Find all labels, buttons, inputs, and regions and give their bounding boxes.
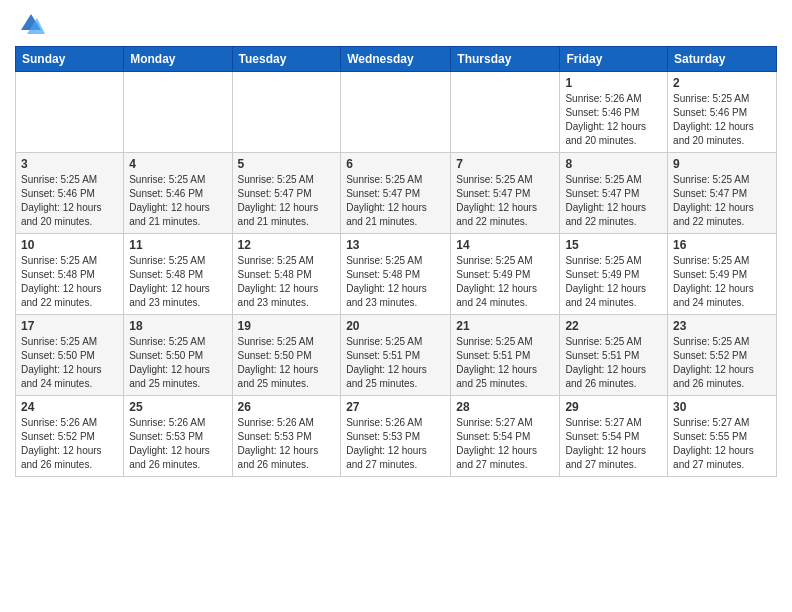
day-info: Sunrise: 5:26 AM Sunset: 5:53 PM Dayligh… xyxy=(238,416,336,472)
calendar-table: SundayMondayTuesdayWednesdayThursdayFrid… xyxy=(15,46,777,477)
calendar-week-row: 3Sunrise: 5:25 AM Sunset: 5:46 PM Daylig… xyxy=(16,153,777,234)
day-number: 19 xyxy=(238,319,336,333)
weekday-friday: Friday xyxy=(560,47,668,72)
day-info: Sunrise: 5:25 AM Sunset: 5:52 PM Dayligh… xyxy=(673,335,771,391)
calendar-cell: 17Sunrise: 5:25 AM Sunset: 5:50 PM Dayli… xyxy=(16,315,124,396)
calendar-cell: 16Sunrise: 5:25 AM Sunset: 5:49 PM Dayli… xyxy=(668,234,777,315)
calendar-week-row: 17Sunrise: 5:25 AM Sunset: 5:50 PM Dayli… xyxy=(16,315,777,396)
calendar-week-row: 24Sunrise: 5:26 AM Sunset: 5:52 PM Dayli… xyxy=(16,396,777,477)
day-info: Sunrise: 5:25 AM Sunset: 5:46 PM Dayligh… xyxy=(129,173,226,229)
day-info: Sunrise: 5:25 AM Sunset: 5:46 PM Dayligh… xyxy=(673,92,771,148)
day-info: Sunrise: 5:26 AM Sunset: 5:53 PM Dayligh… xyxy=(129,416,226,472)
day-number: 2 xyxy=(673,76,771,90)
day-number: 24 xyxy=(21,400,118,414)
day-number: 29 xyxy=(565,400,662,414)
day-info: Sunrise: 5:27 AM Sunset: 5:54 PM Dayligh… xyxy=(456,416,554,472)
calendar-cell: 23Sunrise: 5:25 AM Sunset: 5:52 PM Dayli… xyxy=(668,315,777,396)
weekday-wednesday: Wednesday xyxy=(341,47,451,72)
day-number: 8 xyxy=(565,157,662,171)
day-number: 11 xyxy=(129,238,226,252)
calendar-cell: 21Sunrise: 5:25 AM Sunset: 5:51 PM Dayli… xyxy=(451,315,560,396)
day-number: 28 xyxy=(456,400,554,414)
logo xyxy=(15,10,45,38)
day-number: 4 xyxy=(129,157,226,171)
calendar-cell: 5Sunrise: 5:25 AM Sunset: 5:47 PM Daylig… xyxy=(232,153,341,234)
day-number: 5 xyxy=(238,157,336,171)
day-number: 27 xyxy=(346,400,445,414)
calendar-cell: 15Sunrise: 5:25 AM Sunset: 5:49 PM Dayli… xyxy=(560,234,668,315)
weekday-header-row: SundayMondayTuesdayWednesdayThursdayFrid… xyxy=(16,47,777,72)
day-info: Sunrise: 5:25 AM Sunset: 5:51 PM Dayligh… xyxy=(346,335,445,391)
day-number: 1 xyxy=(565,76,662,90)
day-number: 6 xyxy=(346,157,445,171)
day-info: Sunrise: 5:25 AM Sunset: 5:51 PM Dayligh… xyxy=(565,335,662,391)
weekday-saturday: Saturday xyxy=(668,47,777,72)
day-number: 12 xyxy=(238,238,336,252)
day-info: Sunrise: 5:25 AM Sunset: 5:48 PM Dayligh… xyxy=(238,254,336,310)
day-info: Sunrise: 5:25 AM Sunset: 5:50 PM Dayligh… xyxy=(129,335,226,391)
calendar-cell: 26Sunrise: 5:26 AM Sunset: 5:53 PM Dayli… xyxy=(232,396,341,477)
calendar-cell xyxy=(451,72,560,153)
day-number: 18 xyxy=(129,319,226,333)
calendar-cell: 7Sunrise: 5:25 AM Sunset: 5:47 PM Daylig… xyxy=(451,153,560,234)
day-number: 14 xyxy=(456,238,554,252)
calendar-cell xyxy=(124,72,232,153)
day-info: Sunrise: 5:26 AM Sunset: 5:52 PM Dayligh… xyxy=(21,416,118,472)
calendar-cell: 13Sunrise: 5:25 AM Sunset: 5:48 PM Dayli… xyxy=(341,234,451,315)
day-number: 13 xyxy=(346,238,445,252)
calendar-cell: 3Sunrise: 5:25 AM Sunset: 5:46 PM Daylig… xyxy=(16,153,124,234)
day-number: 20 xyxy=(346,319,445,333)
page: SundayMondayTuesdayWednesdayThursdayFrid… xyxy=(0,0,792,492)
weekday-thursday: Thursday xyxy=(451,47,560,72)
calendar-cell: 28Sunrise: 5:27 AM Sunset: 5:54 PM Dayli… xyxy=(451,396,560,477)
day-number: 22 xyxy=(565,319,662,333)
calendar-cell: 8Sunrise: 5:25 AM Sunset: 5:47 PM Daylig… xyxy=(560,153,668,234)
calendar-cell: 9Sunrise: 5:25 AM Sunset: 5:47 PM Daylig… xyxy=(668,153,777,234)
calendar-cell xyxy=(341,72,451,153)
day-info: Sunrise: 5:27 AM Sunset: 5:54 PM Dayligh… xyxy=(565,416,662,472)
calendar-cell: 12Sunrise: 5:25 AM Sunset: 5:48 PM Dayli… xyxy=(232,234,341,315)
day-number: 16 xyxy=(673,238,771,252)
day-number: 10 xyxy=(21,238,118,252)
day-info: Sunrise: 5:27 AM Sunset: 5:55 PM Dayligh… xyxy=(673,416,771,472)
day-info: Sunrise: 5:25 AM Sunset: 5:46 PM Dayligh… xyxy=(21,173,118,229)
calendar-cell: 20Sunrise: 5:25 AM Sunset: 5:51 PM Dayli… xyxy=(341,315,451,396)
day-info: Sunrise: 5:26 AM Sunset: 5:46 PM Dayligh… xyxy=(565,92,662,148)
calendar-cell: 22Sunrise: 5:25 AM Sunset: 5:51 PM Dayli… xyxy=(560,315,668,396)
day-number: 21 xyxy=(456,319,554,333)
day-info: Sunrise: 5:25 AM Sunset: 5:48 PM Dayligh… xyxy=(129,254,226,310)
day-number: 15 xyxy=(565,238,662,252)
calendar-cell: 29Sunrise: 5:27 AM Sunset: 5:54 PM Dayli… xyxy=(560,396,668,477)
calendar-cell: 27Sunrise: 5:26 AM Sunset: 5:53 PM Dayli… xyxy=(341,396,451,477)
day-number: 30 xyxy=(673,400,771,414)
day-info: Sunrise: 5:25 AM Sunset: 5:49 PM Dayligh… xyxy=(456,254,554,310)
day-number: 7 xyxy=(456,157,554,171)
day-info: Sunrise: 5:26 AM Sunset: 5:53 PM Dayligh… xyxy=(346,416,445,472)
day-info: Sunrise: 5:25 AM Sunset: 5:47 PM Dayligh… xyxy=(456,173,554,229)
calendar-cell: 6Sunrise: 5:25 AM Sunset: 5:47 PM Daylig… xyxy=(341,153,451,234)
header xyxy=(15,10,777,38)
day-number: 9 xyxy=(673,157,771,171)
day-info: Sunrise: 5:25 AM Sunset: 5:50 PM Dayligh… xyxy=(238,335,336,391)
day-info: Sunrise: 5:25 AM Sunset: 5:51 PM Dayligh… xyxy=(456,335,554,391)
day-info: Sunrise: 5:25 AM Sunset: 5:47 PM Dayligh… xyxy=(565,173,662,229)
day-info: Sunrise: 5:25 AM Sunset: 5:48 PM Dayligh… xyxy=(21,254,118,310)
calendar-cell: 18Sunrise: 5:25 AM Sunset: 5:50 PM Dayli… xyxy=(124,315,232,396)
calendar-cell: 11Sunrise: 5:25 AM Sunset: 5:48 PM Dayli… xyxy=(124,234,232,315)
day-number: 25 xyxy=(129,400,226,414)
day-number: 3 xyxy=(21,157,118,171)
calendar-week-row: 1Sunrise: 5:26 AM Sunset: 5:46 PM Daylig… xyxy=(16,72,777,153)
day-info: Sunrise: 5:25 AM Sunset: 5:49 PM Dayligh… xyxy=(565,254,662,310)
weekday-monday: Monday xyxy=(124,47,232,72)
weekday-sunday: Sunday xyxy=(16,47,124,72)
weekday-tuesday: Tuesday xyxy=(232,47,341,72)
calendar-cell xyxy=(232,72,341,153)
day-info: Sunrise: 5:25 AM Sunset: 5:47 PM Dayligh… xyxy=(238,173,336,229)
calendar-cell: 19Sunrise: 5:25 AM Sunset: 5:50 PM Dayli… xyxy=(232,315,341,396)
calendar-cell: 14Sunrise: 5:25 AM Sunset: 5:49 PM Dayli… xyxy=(451,234,560,315)
day-info: Sunrise: 5:25 AM Sunset: 5:47 PM Dayligh… xyxy=(673,173,771,229)
day-info: Sunrise: 5:25 AM Sunset: 5:48 PM Dayligh… xyxy=(346,254,445,310)
day-number: 17 xyxy=(21,319,118,333)
day-number: 26 xyxy=(238,400,336,414)
logo-icon xyxy=(17,10,45,38)
